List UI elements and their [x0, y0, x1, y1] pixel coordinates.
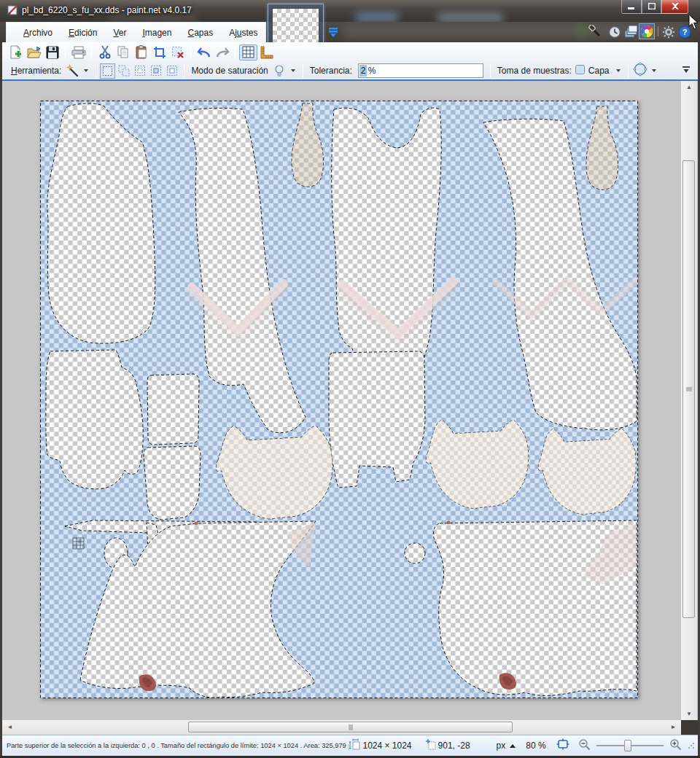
title-bar[interactable]: pl_bd_6220_s_fu_xx.dds - paint.net v4.0.…: [0, 0, 700, 22]
menu-capas[interactable]: Capas: [179, 25, 221, 41]
selection-mode-replace[interactable]: [100, 63, 115, 79]
tolerance-value: 2 %: [361, 66, 376, 76]
toolbar-overflow-icon[interactable]: [682, 64, 691, 77]
tolerance-label: Tolerancia:: [310, 66, 352, 76]
image-list-chevron-icon[interactable]: [327, 28, 339, 38]
scroll-right-arrow[interactable]: ►: [667, 720, 680, 735]
tool-dropdown-arrow[interactable]: [84, 69, 88, 72]
menu-edicion[interactable]: Edición: [61, 25, 105, 41]
toolbar-separator: [96, 64, 96, 77]
menu-archivo[interactable]: Archivo: [15, 25, 61, 41]
selection-mode-union[interactable]: [116, 63, 131, 79]
resize-grip[interactable]: [688, 739, 695, 752]
history-window-icon[interactable]: [607, 24, 623, 40]
glass-blur-blob: [576, 23, 588, 36]
save-icon[interactable]: [43, 44, 61, 60]
colors-window-icon[interactable]: [639, 23, 655, 39]
toolbar-separator: [628, 64, 629, 77]
grid-toggle-icon[interactable]: [239, 44, 257, 60]
deselect-icon[interactable]: [168, 44, 187, 60]
antialias-icon[interactable]: [632, 61, 648, 80]
texture-image-with-selection: [40, 101, 638, 698]
glass-blur-blob: [109, 15, 197, 22]
menu-imagen[interactable]: Imagen: [134, 25, 179, 41]
tolerance-slider[interactable]: 2 %: [358, 63, 483, 78]
image-size-value: 1024 × 1024: [362, 741, 411, 751]
zoom-to-window-icon[interactable]: [556, 738, 569, 753]
toolbar-separator: [490, 64, 491, 77]
copy-icon[interactable]: [114, 44, 132, 60]
magic-wand-icon[interactable]: [64, 63, 80, 79]
open-file-icon[interactable]: [25, 44, 43, 60]
units-dropdown-arrow[interactable]: [510, 744, 516, 748]
sampling-dropdown-arrow[interactable]: [616, 69, 621, 72]
cursor-position-icon: [425, 738, 437, 753]
tool-options-bar: Herramienta: Modo de saturación Toleranc…: [2, 62, 698, 79]
new-document-icon[interactable]: [7, 44, 25, 60]
selection-mode-xor[interactable]: [164, 63, 179, 79]
sampling-layer-icon[interactable]: [575, 64, 586, 78]
icon-separator: [658, 26, 658, 36]
flood-mode-label: Modo de saturación: [191, 66, 268, 76]
zoom-out-icon[interactable]: [578, 738, 591, 754]
ruler-toggle-icon[interactable]: [257, 44, 276, 60]
units-value[interactable]: px: [497, 741, 506, 751]
selection-mode-intersect[interactable]: [148, 63, 163, 79]
paste-icon[interactable]: [132, 44, 150, 60]
print-icon[interactable]: [69, 44, 88, 60]
zoom-level-value: 80 %: [526, 741, 545, 751]
menu-bar: Archivo Edición Ver Imagen Capas Ajustes…: [6, 22, 266, 42]
canvas-workspace[interactable]: [2, 81, 698, 720]
glass-blur-blob: [356, 12, 398, 22]
cut-icon[interactable]: [96, 44, 114, 60]
crop-icon[interactable]: [150, 44, 168, 60]
scroll-left-arrow[interactable]: ◄: [4, 720, 16, 735]
main-toolbar: [2, 42, 698, 62]
horizontal-scroll-thumb[interactable]: [188, 722, 513, 732]
paintnet-app-icon: [7, 4, 19, 17]
paintnet-window: pl_bd_6220_s_fu_xx.dds - paint.net v4.0.…: [0, 0, 700, 758]
toolbar-separator: [235, 46, 236, 59]
toolbar-separator: [184, 64, 184, 77]
flood-mode-dropdown-arrow[interactable]: [291, 69, 295, 72]
sampling-label: Toma de muestras:: [497, 66, 572, 76]
horizontal-scrollbar[interactable]: ◄ ►: [2, 720, 681, 735]
tools-window-icon[interactable]: [588, 24, 604, 40]
vertical-scroll-thumb[interactable]: [682, 160, 695, 618]
scroll-up-arrow[interactable]: ▲: [681, 81, 697, 93]
layers-window-icon[interactable]: [623, 24, 639, 40]
flood-mode-bulb-icon[interactable]: [271, 63, 287, 79]
selection-mode-subtract[interactable]: [132, 63, 147, 79]
zoom-slider[interactable]: [596, 739, 662, 752]
menu-ajustes[interactable]: Ajustes: [221, 25, 265, 41]
cursor-position-value: 901, -28: [438, 741, 470, 751]
sampling-value: Capa: [588, 66, 610, 76]
zoom-slider-thumb[interactable]: [624, 740, 631, 751]
glass-blur-blob: [438, 13, 503, 22]
scroll-down-arrow[interactable]: ▼: [681, 708, 697, 720]
window-title: pl_bd_6220_s_fu_xx.dds - paint.net v4.0.…: [22, 5, 192, 15]
vertical-scrollbar[interactable]: ▲ ▼: [681, 81, 697, 720]
tool-label: Herramienta:: [11, 66, 61, 76]
minimize-button[interactable]: [621, 0, 642, 14]
toolbar-separator: [303, 64, 303, 77]
settings-gear-icon[interactable]: [661, 24, 677, 40]
maximize-button[interactable]: [642, 0, 661, 14]
mouse-cursor: [688, 15, 699, 31]
antialias-dropdown-arrow[interactable]: [652, 69, 656, 72]
close-button[interactable]: [661, 0, 688, 14]
toolbar-separator: [190, 46, 191, 59]
undo-icon[interactable]: [195, 44, 213, 60]
menu-ver[interactable]: Ver: [105, 25, 134, 41]
window-border-left: [0, 81, 2, 758]
zoom-in-icon[interactable]: [669, 738, 682, 754]
status-bar: Parte superior de la selección a la izqu…: [2, 735, 698, 756]
toolbar-separator: [91, 46, 92, 59]
image-canvas[interactable]: [40, 101, 638, 698]
redo-icon[interactable]: [213, 44, 231, 60]
toolbar-separator: [65, 46, 66, 59]
image-size-icon: [349, 738, 361, 753]
selection-info-text: Parte superior de la selección a la izqu…: [7, 742, 349, 749]
svg-text:?: ?: [682, 28, 688, 36]
